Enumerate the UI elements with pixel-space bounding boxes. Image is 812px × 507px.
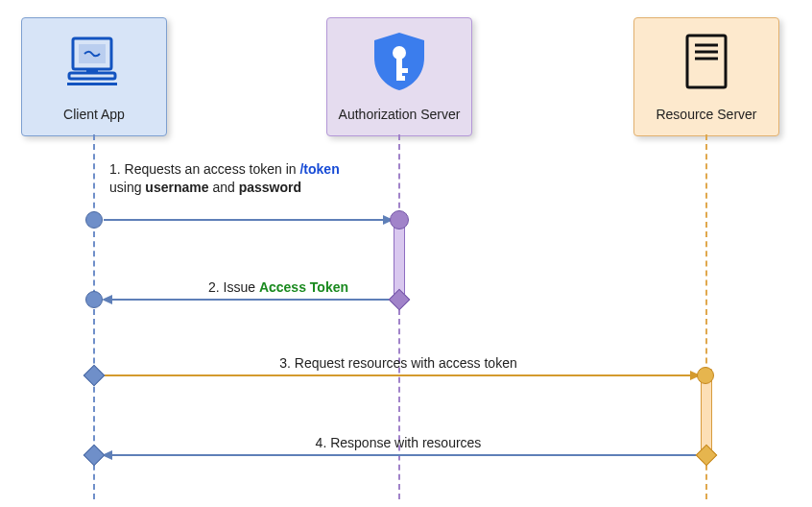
svg-rect-7 bbox=[396, 68, 408, 73]
svg-rect-2 bbox=[69, 73, 115, 79]
endpoint-resource-3 bbox=[697, 367, 714, 384]
svg-rect-9 bbox=[687, 36, 726, 87]
svg-rect-3 bbox=[86, 69, 98, 73]
endpoint-client-2 bbox=[85, 291, 103, 308]
actor-resource-label: Resource Server bbox=[634, 105, 778, 130]
actor-client-app: Client App bbox=[21, 17, 167, 136]
endpoint-auth-1 bbox=[390, 210, 409, 229]
message-3-text: 3. Request resources with access token bbox=[221, 354, 576, 373]
actor-authorization-server: Authorization Server bbox=[326, 17, 472, 136]
endpoint-client-1 bbox=[85, 211, 103, 229]
computer-icon bbox=[22, 18, 166, 105]
message-1-text: 1. Requests an access token in /token us… bbox=[109, 160, 340, 197]
message-4-text: 4. Response with resources bbox=[221, 434, 576, 452]
message-2-text: 2. Issue Access Token bbox=[163, 278, 394, 297]
server-icon bbox=[634, 18, 778, 105]
endpoint-resource-4 bbox=[696, 445, 718, 467]
endpoint-client-4 bbox=[84, 445, 106, 467]
actor-auth-label: Authorization Server bbox=[327, 105, 471, 130]
shield-key-icon bbox=[327, 18, 471, 105]
svg-point-5 bbox=[393, 46, 406, 60]
svg-rect-4 bbox=[67, 83, 117, 85]
actor-resource-server: Resource Server bbox=[633, 17, 779, 136]
actor-client-label: Client App bbox=[22, 105, 166, 130]
endpoint-client-3 bbox=[84, 365, 106, 387]
svg-rect-8 bbox=[396, 76, 405, 81]
